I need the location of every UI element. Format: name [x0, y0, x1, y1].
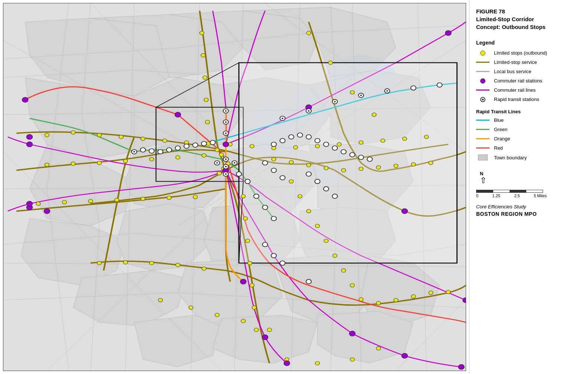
north-arrow: N ⇧ [476, 171, 581, 185]
magenta-line-icon [476, 90, 490, 91]
svg-point-233 [216, 162, 218, 164]
rapid-transit-section-title: Rapid Transit Lines [476, 109, 581, 114]
map-area [3, 3, 466, 371]
legend-panel: FIGURE 78 Limited-Stop Corridor Concept:… [469, 0, 588, 374]
svg-point-87 [203, 76, 207, 79]
legend-title: Legend [476, 40, 581, 46]
svg-point-166 [458, 364, 464, 370]
limited-service-symbol [476, 62, 490, 63]
svg-point-142 [328, 61, 333, 65]
local-bus-label: Local bus service [494, 69, 531, 74]
svg-point-169 [26, 201, 32, 206]
svg-point-185 [149, 149, 154, 153]
svg-point-236 [133, 151, 135, 153]
svg-point-164 [240, 279, 246, 284]
legend-item-red: Red [476, 145, 581, 151]
svg-point-119 [307, 163, 311, 167]
svg-point-211 [297, 133, 303, 137]
svg-point-191 [201, 142, 207, 146]
svg-point-124 [394, 164, 398, 168]
core-study-label: Core Efficiencies Study [476, 204, 581, 209]
svg-point-100 [123, 159, 128, 163]
legend-item-orange: Orange [476, 136, 581, 142]
svg-point-85 [200, 31, 204, 35]
svg-point-105 [62, 200, 67, 204]
legend-item-commuter-lines: Commuter rail lines [476, 87, 581, 93]
legend-item-town-boundary: Town boundary [476, 155, 581, 160]
svg-point-118 [289, 160, 294, 164]
legend-item-commuter-stations: Commuter rail stations [476, 78, 581, 84]
svg-point-215 [332, 146, 337, 150]
svg-point-189 [184, 144, 189, 149]
orange-line-symbol [476, 138, 490, 139]
dark-yellow-line-icon [476, 62, 490, 63]
legend-item-limited-stops: Limited stops (outbound) [476, 50, 581, 56]
purple-circle-icon [480, 78, 485, 84]
svg-point-126 [429, 161, 433, 165]
svg-point-132 [333, 254, 337, 257]
svg-point-188 [175, 146, 180, 150]
rapid-station-symbol [476, 97, 490, 102]
svg-point-150 [158, 298, 163, 302]
svg-point-234 [234, 162, 236, 164]
svg-point-93 [248, 261, 252, 265]
scale-seg-4 [526, 190, 543, 192]
scale-seg-3 [510, 190, 527, 192]
svg-point-129 [307, 209, 311, 213]
svg-point-70 [119, 135, 123, 139]
legend-item-rapid-stations: Rapid transit stations [476, 97, 581, 102]
limited-stops-label: Limited stops (outbound) [494, 50, 547, 56]
svg-point-136 [376, 301, 381, 305]
svg-point-231 [225, 159, 227, 160]
svg-point-111 [215, 148, 219, 152]
scale-bar-track [476, 190, 543, 193]
svg-point-229 [280, 261, 285, 265]
legend-item-local-bus: Local bus service [476, 69, 581, 74]
svg-point-67 [45, 133, 49, 137]
svg-point-81 [359, 141, 363, 144]
town-boundary-label: Town boundary [494, 155, 527, 160]
gray-line-icon [476, 71, 490, 72]
svg-point-78 [293, 146, 298, 149]
svg-point-149 [202, 267, 206, 270]
svg-point-94 [250, 283, 254, 287]
blue-line-icon [476, 120, 490, 121]
svg-point-84 [424, 135, 429, 139]
svg-point-108 [141, 197, 145, 201]
limited-stop-symbol [476, 51, 490, 56]
green-line-symbol [476, 129, 490, 130]
svg-point-187 [167, 148, 172, 152]
svg-point-130 [315, 224, 320, 228]
limited-service-label: Limited-stop service [494, 59, 537, 65]
svg-point-237 [225, 110, 227, 112]
svg-point-240 [282, 118, 284, 119]
blue-label: Blue [494, 117, 504, 123]
svg-point-242 [334, 101, 336, 103]
svg-point-217 [350, 153, 355, 157]
svg-point-172 [401, 353, 407, 358]
svg-point-154 [267, 328, 272, 332]
svg-rect-64 [239, 63, 457, 263]
svg-point-88 [204, 98, 209, 102]
svg-point-145 [97, 261, 101, 265]
svg-point-209 [280, 139, 285, 143]
svg-point-161 [26, 134, 32, 140]
legend-item-blue: Blue [476, 117, 581, 123]
svg-point-232 [225, 166, 227, 168]
svg-point-186 [158, 150, 163, 154]
svg-point-89 [205, 120, 210, 124]
svg-point-218 [358, 155, 364, 160]
svg-point-120 [324, 166, 329, 170]
svg-point-244 [386, 90, 388, 92]
svg-point-228 [271, 253, 277, 258]
svg-point-197 [271, 216, 277, 221]
svg-point-224 [262, 161, 268, 165]
svg-point-194 [245, 179, 250, 184]
svg-point-122 [359, 167, 363, 171]
svg-point-82 [381, 139, 385, 143]
svg-point-219 [367, 157, 372, 162]
red-line-icon [476, 147, 490, 149]
svg-point-90 [241, 194, 246, 198]
commuter-lines-symbol [476, 90, 490, 91]
svg-point-125 [411, 163, 416, 166]
